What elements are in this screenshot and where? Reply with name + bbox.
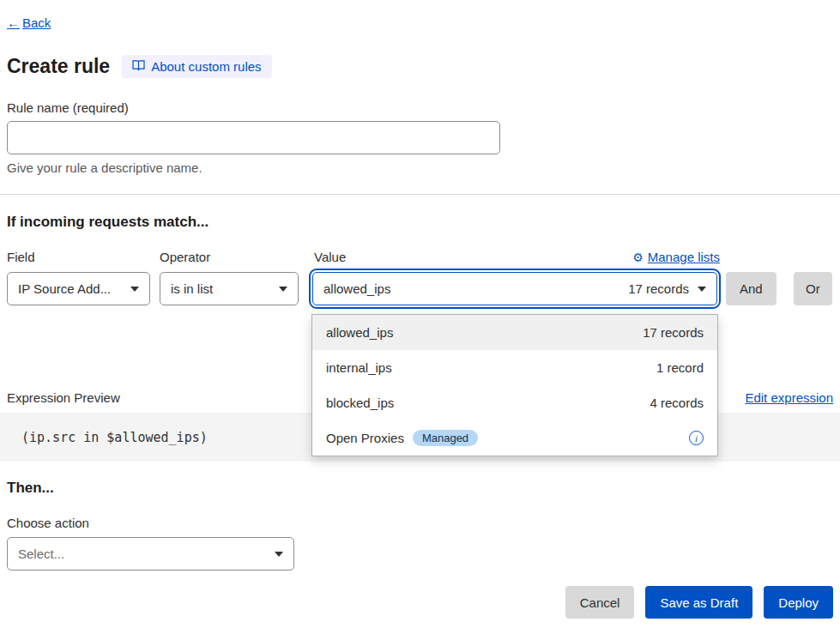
and-button[interactable]: And [726,272,777,305]
managed-badge: Managed [413,430,478,446]
list-item-blocked-ips[interactable]: blocked_ips 4 records [312,385,717,420]
title-row: Create rule About custom rules [7,55,272,78]
list-item-name: internal_ips [326,360,392,375]
list-item-detail: 1 record [656,360,704,375]
then-section-title: Then... [7,480,54,497]
back-label: Back [22,15,51,30]
edit-expression-link[interactable]: Edit expression [745,390,833,405]
value-select-records: 17 records [628,281,689,296]
rule-name-helper: Give your rule a descriptive name. [7,160,202,175]
list-item-open-proxies[interactable]: Open Proxies Managed i [312,420,717,456]
chevron-down-icon [130,287,139,292]
operator-select-value: is in list [171,281,213,296]
create-rule-page: ←Back Create rule About custom rules Rul… [0,0,840,634]
action-select[interactable]: Select... [7,537,294,571]
list-item-name: Open Proxies [326,431,404,445]
book-icon [132,59,145,74]
back-arrow-icon: ← [7,15,20,30]
or-button[interactable]: Or [794,272,832,305]
chevron-down-icon [698,287,706,292]
action-select-placeholder: Select... [18,546,64,561]
list-item-detail: 17 records [643,325,704,340]
expression-code-text: (ip.src in $allowed_ips) [21,430,208,445]
value-select-value: allowed_ips [323,281,390,296]
cancel-button[interactable]: Cancel [565,586,635,619]
chevron-down-icon [279,287,287,292]
footer-actions: Cancel Save as Draft Deploy [565,586,833,619]
list-item-allowed-ips[interactable]: allowed_ips 17 records [312,315,717,350]
about-custom-rules-link[interactable]: About custom rules [122,55,271,78]
rule-name-input[interactable] [7,121,500,154]
manage-lists-label: Manage lists [648,250,720,264]
value-select-dropdown: allowed_ips 17 records internal_ips 1 re… [311,314,718,456]
list-item-name: allowed_ips [326,325,393,340]
chevron-down-icon [275,552,283,557]
field-select[interactable]: IP Source Add... [7,272,150,305]
value-select[interactable]: allowed_ips 17 records [312,272,717,305]
gear-icon: ⚙ [632,251,644,264]
list-item-name: blocked_ips [326,395,394,410]
operator-select[interactable]: is in list [160,272,299,305]
list-item-internal-ips[interactable]: internal_ips 1 record [312,350,717,385]
list-item-detail: 4 records [650,395,704,410]
info-icon[interactable]: i [689,431,704,445]
match-section-title: If incoming requests match... [7,214,208,231]
section-divider [0,194,840,195]
save-as-draft-button[interactable]: Save as Draft [645,586,752,619]
about-custom-rules-label: About custom rules [151,59,261,74]
manage-lists-link[interactable]: ⚙ Manage lists [632,250,720,264]
operator-column-label: Operator [160,250,210,264]
page-title: Create rule [7,55,110,78]
value-column-label: Value [314,250,346,264]
field-select-value: IP Source Add... [18,281,111,296]
field-column-label: Field [7,250,35,264]
back-link[interactable]: ←Back [7,15,51,30]
choose-action-label: Choose action [7,516,89,530]
expression-preview-label: Expression Preview [7,390,120,405]
rule-name-label: Rule name (required) [7,100,129,115]
deploy-button[interactable]: Deploy [764,586,833,619]
